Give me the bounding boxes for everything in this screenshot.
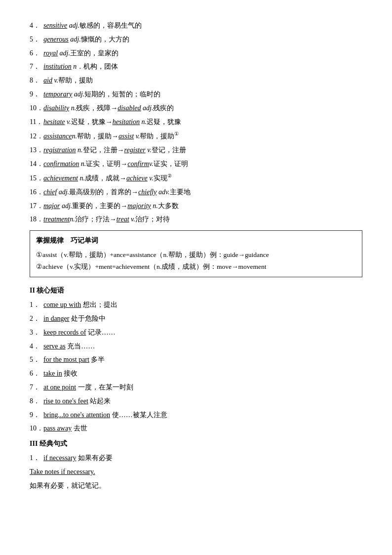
phrase-item-6: 6．take in 接收 [30, 368, 362, 380]
sentence-phrase: if necessary [43, 454, 76, 462]
item-num: 8． [30, 75, 43, 86]
sentence-item-1: 1．if necessary 如果有必要 [30, 452, 362, 464]
word-en: assistance [43, 132, 72, 140]
word-en: disability [43, 104, 69, 112]
item-num: 10． [30, 102, 43, 114]
word-pos-arrow: v. [131, 215, 135, 223]
phrase-num: 6． [30, 368, 43, 380]
tip-line-1: ①assist（v.帮助，援助）+ance=assistance（n.帮助，援助… [36, 249, 356, 261]
vocab-item-8: 8．aid v.帮助，援助 [30, 75, 362, 86]
word-en-arrow: confirm [127, 160, 149, 168]
phrase-num: 10． [30, 423, 43, 434]
word-en: achievement [43, 174, 78, 182]
phrase-en: rise to one's feet [43, 397, 88, 405]
vocab-item-17: 17．major adj.重要的，主要的→majority n.大多数 [30, 200, 362, 212]
word-pos: n. [70, 215, 75, 223]
vocab-item-11: 11．hesitate v.迟疑，犹豫→hesitation n.迟疑，犹豫 [30, 116, 362, 128]
word-pos: n. [79, 174, 85, 182]
word-en: major [43, 202, 60, 210]
phrase-num: 1． [30, 299, 43, 311]
vocab-item-7: 7．institution n．机构，团体 [30, 61, 362, 73]
phrase-num: 8． [30, 395, 43, 407]
word-pos-arrow: v. [136, 132, 140, 140]
word-pos: n. [71, 104, 77, 112]
sentence-list: 1．if necessary 如果有必要 Take notes if neces… [30, 452, 362, 491]
word-en-arrow: assist [118, 132, 134, 140]
vocab-list: 4．sensitive adj.敏感的，容易生气的 5．generous adj… [30, 20, 362, 225]
word-en: institution [43, 63, 72, 70]
word-pos: v. [67, 118, 71, 126]
word-pos: n. [81, 160, 86, 168]
phrase-num: 3． [30, 327, 43, 339]
word-pos: n. [78, 146, 83, 154]
phrase-item-4: 4．serve as 充当…… [30, 341, 362, 352]
word-en-arrow: hesitation [113, 118, 140, 126]
word-en-arrow: chiefly [138, 188, 157, 196]
phrase-en: keep records of [43, 329, 86, 336]
phrase-en: at one point [43, 384, 76, 391]
superscript: ② [167, 173, 172, 178]
example-underline: Take notes if necessary. [30, 468, 95, 475]
word-pos-arrow: adv. [158, 188, 170, 196]
item-num: 18． [30, 213, 43, 225]
phrase-en: for the most part [43, 356, 89, 363]
vocab-item-14: 14．confirmation n.证实，证明→confirmv.证实，证明 [30, 158, 362, 170]
phrase-en: in danger [43, 315, 69, 322]
phrase-list: 1．come up with 想出；提出 2．in danger 处于危险中 3… [30, 299, 362, 434]
word-pos-arrow: n. [141, 118, 147, 126]
word-pos-arrow: adj. [143, 104, 153, 112]
phrase-item-10: 10．pass away 去世 [30, 423, 362, 434]
word-en-arrow: disabled [118, 104, 141, 112]
word-pos: n. [72, 132, 78, 140]
phrase-en: bring...to one's attention [43, 411, 110, 419]
word-pos: adj. [70, 36, 80, 43]
phrase-item-8: 8．rise to one's feet 站起来 [30, 395, 362, 407]
word-pos-arrow: v. [149, 174, 154, 182]
word-en: royal [43, 49, 58, 57]
sentence-section: III 经典句式 1．if necessary 如果有必要 Take notes… [30, 439, 362, 491]
phrase-num: 9． [30, 409, 43, 421]
superscript: ① [174, 131, 179, 136]
phrase-en: come up with [43, 301, 81, 308]
sentence-num: 1． [30, 452, 43, 464]
item-num: 17． [30, 200, 43, 212]
vocab-item-12: 12．assistancen.帮助，援助→assist v.帮助，援助① [30, 129, 362, 142]
phrase-num: 2． [30, 313, 43, 325]
word-pos: adj. [59, 188, 69, 196]
word-pos: v. [54, 77, 58, 84]
phrase-item-7: 7．at one point 一度，在某一时刻 [30, 382, 362, 393]
sentence-example-zh: 如果有必要，就记笔记。 [30, 480, 362, 492]
word-en-arrow: treat [117, 215, 129, 223]
vocab-item-15: 15．achievement n.成绩，成就→achieve v.实现② [30, 171, 362, 184]
item-num: 15． [30, 172, 43, 184]
word-en: temporary [43, 90, 72, 98]
word-en: sensitive [43, 22, 67, 29]
item-num: 13． [30, 144, 43, 156]
sentence-example-en: Take notes if necessary. [30, 466, 362, 478]
word-pos: adj. [74, 90, 84, 98]
word-en: generous [43, 36, 69, 43]
phrase-item-3: 3．keep records of 记录…… [30, 327, 362, 339]
vocab-item-9: 9．temporary adj.短期的，短暂的；临时的 [30, 88, 362, 100]
phrases-section-title: II 核心短语 [30, 286, 362, 295]
word-en: hesitate [43, 118, 65, 126]
item-num: 14． [30, 158, 43, 170]
word-en: aid [43, 77, 52, 84]
vocab-item-6: 6．royal adj.王室的，皇家的 [30, 47, 362, 59]
item-num: 7． [30, 61, 43, 73]
phrase-num: 5． [30, 354, 43, 366]
vocab-item-5: 5．generous adj.慷慨的，大方的 [30, 34, 362, 45]
phrase-en: pass away [43, 425, 72, 432]
word-en: chief [43, 188, 57, 196]
word-pos-arrow: v. [147, 146, 152, 154]
vocab-item-4: 4．sensitive adj.敏感的，容易生气的 [30, 20, 362, 32]
tip-box-title: 掌握规律 巧记单词 [36, 235, 356, 247]
phrase-item-1: 1．come up with 想出；提出 [30, 299, 362, 311]
word-pos: adj. [69, 22, 79, 29]
phrase-item-9: 9．bring...to one's attention 使……被某人注意 [30, 409, 362, 421]
phrase-item-2: 2．in danger 处于危险中 [30, 313, 362, 325]
tip-box: 掌握规律 巧记单词 ①assist（v.帮助，援助）+ance=assistan… [30, 230, 362, 277]
item-num: 5． [30, 34, 43, 45]
word-en-arrow: majority [127, 202, 151, 210]
phrase-num: 7． [30, 382, 43, 393]
